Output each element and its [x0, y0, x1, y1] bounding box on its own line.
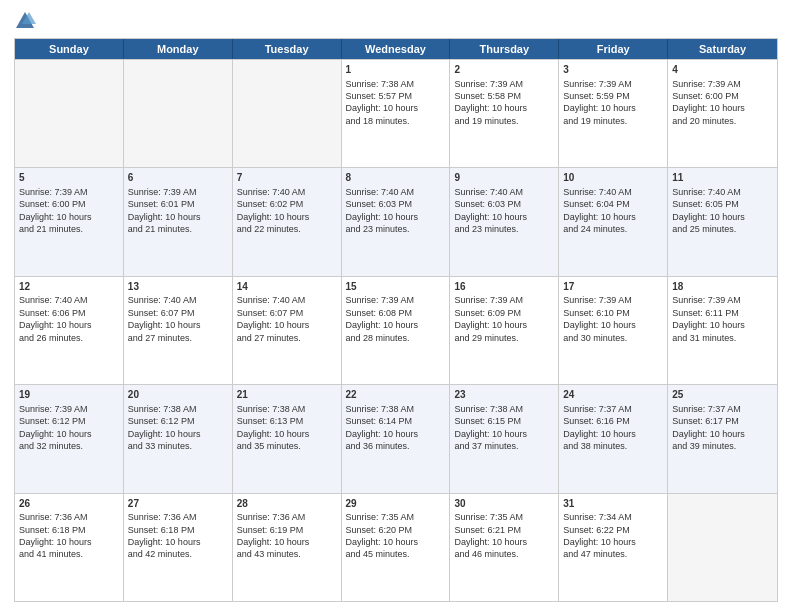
cell-info: Sunrise: 7:36 AM Sunset: 6:18 PM Dayligh… — [128, 512, 201, 559]
calendar-cell-day-15: 15Sunrise: 7:39 AM Sunset: 6:08 PM Dayli… — [342, 277, 451, 384]
cell-info: Sunrise: 7:34 AM Sunset: 6:22 PM Dayligh… — [563, 512, 636, 559]
day-number: 27 — [128, 497, 228, 511]
calendar-row-1: 5Sunrise: 7:39 AM Sunset: 6:00 PM Daylig… — [15, 167, 777, 275]
calendar-cell-day-12: 12Sunrise: 7:40 AM Sunset: 6:06 PM Dayli… — [15, 277, 124, 384]
calendar-cell-day-1: 1Sunrise: 7:38 AM Sunset: 5:57 PM Daylig… — [342, 60, 451, 167]
day-number: 14 — [237, 280, 337, 294]
calendar-cell-day-2: 2Sunrise: 7:39 AM Sunset: 5:58 PM Daylig… — [450, 60, 559, 167]
calendar-row-2: 12Sunrise: 7:40 AM Sunset: 6:06 PM Dayli… — [15, 276, 777, 384]
cell-info: Sunrise: 7:40 AM Sunset: 6:03 PM Dayligh… — [346, 187, 419, 234]
calendar-cell-day-14: 14Sunrise: 7:40 AM Sunset: 6:07 PM Dayli… — [233, 277, 342, 384]
calendar-row-3: 19Sunrise: 7:39 AM Sunset: 6:12 PM Dayli… — [15, 384, 777, 492]
day-number: 3 — [563, 63, 663, 77]
cell-info: Sunrise: 7:35 AM Sunset: 6:20 PM Dayligh… — [346, 512, 419, 559]
header-cell-sunday: Sunday — [15, 39, 124, 59]
cell-info: Sunrise: 7:38 AM Sunset: 6:13 PM Dayligh… — [237, 404, 310, 451]
cell-info: Sunrise: 7:37 AM Sunset: 6:17 PM Dayligh… — [672, 404, 745, 451]
cell-info: Sunrise: 7:38 AM Sunset: 6:14 PM Dayligh… — [346, 404, 419, 451]
calendar-cell-day-18: 18Sunrise: 7:39 AM Sunset: 6:11 PM Dayli… — [668, 277, 777, 384]
day-number: 6 — [128, 171, 228, 185]
calendar-cell-day-29: 29Sunrise: 7:35 AM Sunset: 6:20 PM Dayli… — [342, 494, 451, 601]
day-number: 13 — [128, 280, 228, 294]
cell-info: Sunrise: 7:38 AM Sunset: 6:15 PM Dayligh… — [454, 404, 527, 451]
cell-info: Sunrise: 7:39 AM Sunset: 6:00 PM Dayligh… — [19, 187, 92, 234]
day-number: 8 — [346, 171, 446, 185]
calendar-cell-day-25: 25Sunrise: 7:37 AM Sunset: 6:17 PM Dayli… — [668, 385, 777, 492]
calendar-cell-day-5: 5Sunrise: 7:39 AM Sunset: 6:00 PM Daylig… — [15, 168, 124, 275]
day-number: 19 — [19, 388, 119, 402]
header — [14, 10, 778, 32]
header-cell-friday: Friday — [559, 39, 668, 59]
cell-info: Sunrise: 7:39 AM Sunset: 5:58 PM Dayligh… — [454, 79, 527, 126]
cell-info: Sunrise: 7:39 AM Sunset: 6:09 PM Dayligh… — [454, 295, 527, 342]
page: SundayMondayTuesdayWednesdayThursdayFrid… — [0, 0, 792, 612]
cell-info: Sunrise: 7:40 AM Sunset: 6:06 PM Dayligh… — [19, 295, 92, 342]
header-cell-monday: Monday — [124, 39, 233, 59]
cell-info: Sunrise: 7:40 AM Sunset: 6:07 PM Dayligh… — [128, 295, 201, 342]
day-number: 21 — [237, 388, 337, 402]
day-number: 9 — [454, 171, 554, 185]
calendar-cell-day-21: 21Sunrise: 7:38 AM Sunset: 6:13 PM Dayli… — [233, 385, 342, 492]
calendar-cell-day-23: 23Sunrise: 7:38 AM Sunset: 6:15 PM Dayli… — [450, 385, 559, 492]
cell-info: Sunrise: 7:35 AM Sunset: 6:21 PM Dayligh… — [454, 512, 527, 559]
day-number: 10 — [563, 171, 663, 185]
cell-info: Sunrise: 7:39 AM Sunset: 6:10 PM Dayligh… — [563, 295, 636, 342]
day-number: 11 — [672, 171, 773, 185]
day-number: 15 — [346, 280, 446, 294]
calendar-cell-day-19: 19Sunrise: 7:39 AM Sunset: 6:12 PM Dayli… — [15, 385, 124, 492]
calendar-cell-day-27: 27Sunrise: 7:36 AM Sunset: 6:18 PM Dayli… — [124, 494, 233, 601]
day-number: 2 — [454, 63, 554, 77]
calendar-cell-day-6: 6Sunrise: 7:39 AM Sunset: 6:01 PM Daylig… — [124, 168, 233, 275]
cell-info: Sunrise: 7:37 AM Sunset: 6:16 PM Dayligh… — [563, 404, 636, 451]
calendar-cell-day-24: 24Sunrise: 7:37 AM Sunset: 6:16 PM Dayli… — [559, 385, 668, 492]
calendar-header: SundayMondayTuesdayWednesdayThursdayFrid… — [15, 39, 777, 59]
cell-info: Sunrise: 7:40 AM Sunset: 6:03 PM Dayligh… — [454, 187, 527, 234]
day-number: 12 — [19, 280, 119, 294]
calendar-body: 1Sunrise: 7:38 AM Sunset: 5:57 PM Daylig… — [15, 59, 777, 601]
day-number: 4 — [672, 63, 773, 77]
calendar-cell-empty-0-2 — [233, 60, 342, 167]
calendar-row-0: 1Sunrise: 7:38 AM Sunset: 5:57 PM Daylig… — [15, 59, 777, 167]
calendar-row-4: 26Sunrise: 7:36 AM Sunset: 6:18 PM Dayli… — [15, 493, 777, 601]
calendar-cell-empty-0-0 — [15, 60, 124, 167]
day-number: 31 — [563, 497, 663, 511]
calendar-cell-day-7: 7Sunrise: 7:40 AM Sunset: 6:02 PM Daylig… — [233, 168, 342, 275]
day-number: 1 — [346, 63, 446, 77]
calendar-cell-day-11: 11Sunrise: 7:40 AM Sunset: 6:05 PM Dayli… — [668, 168, 777, 275]
cell-info: Sunrise: 7:36 AM Sunset: 6:19 PM Dayligh… — [237, 512, 310, 559]
calendar-cell-empty-0-1 — [124, 60, 233, 167]
day-number: 23 — [454, 388, 554, 402]
cell-info: Sunrise: 7:39 AM Sunset: 5:59 PM Dayligh… — [563, 79, 636, 126]
cell-info: Sunrise: 7:38 AM Sunset: 6:12 PM Dayligh… — [128, 404, 201, 451]
calendar-cell-day-17: 17Sunrise: 7:39 AM Sunset: 6:10 PM Dayli… — [559, 277, 668, 384]
calendar-cell-day-3: 3Sunrise: 7:39 AM Sunset: 5:59 PM Daylig… — [559, 60, 668, 167]
cell-info: Sunrise: 7:40 AM Sunset: 6:05 PM Dayligh… — [672, 187, 745, 234]
day-number: 7 — [237, 171, 337, 185]
day-number: 28 — [237, 497, 337, 511]
day-number: 24 — [563, 388, 663, 402]
cell-info: Sunrise: 7:39 AM Sunset: 6:11 PM Dayligh… — [672, 295, 745, 342]
cell-info: Sunrise: 7:39 AM Sunset: 6:01 PM Dayligh… — [128, 187, 201, 234]
day-number: 26 — [19, 497, 119, 511]
day-number: 25 — [672, 388, 773, 402]
calendar-cell-day-8: 8Sunrise: 7:40 AM Sunset: 6:03 PM Daylig… — [342, 168, 451, 275]
header-cell-tuesday: Tuesday — [233, 39, 342, 59]
calendar-cell-day-13: 13Sunrise: 7:40 AM Sunset: 6:07 PM Dayli… — [124, 277, 233, 384]
day-number: 30 — [454, 497, 554, 511]
calendar-cell-day-30: 30Sunrise: 7:35 AM Sunset: 6:21 PM Dayli… — [450, 494, 559, 601]
logo — [14, 10, 40, 32]
header-cell-thursday: Thursday — [450, 39, 559, 59]
cell-info: Sunrise: 7:40 AM Sunset: 6:02 PM Dayligh… — [237, 187, 310, 234]
calendar-cell-day-4: 4Sunrise: 7:39 AM Sunset: 6:00 PM Daylig… — [668, 60, 777, 167]
day-number: 17 — [563, 280, 663, 294]
calendar-cell-empty-4-6 — [668, 494, 777, 601]
header-cell-wednesday: Wednesday — [342, 39, 451, 59]
day-number: 20 — [128, 388, 228, 402]
cell-info: Sunrise: 7:40 AM Sunset: 6:04 PM Dayligh… — [563, 187, 636, 234]
calendar-cell-day-28: 28Sunrise: 7:36 AM Sunset: 6:19 PM Dayli… — [233, 494, 342, 601]
day-number: 29 — [346, 497, 446, 511]
cell-info: Sunrise: 7:36 AM Sunset: 6:18 PM Dayligh… — [19, 512, 92, 559]
calendar-cell-day-9: 9Sunrise: 7:40 AM Sunset: 6:03 PM Daylig… — [450, 168, 559, 275]
day-number: 18 — [672, 280, 773, 294]
logo-icon — [14, 10, 36, 32]
